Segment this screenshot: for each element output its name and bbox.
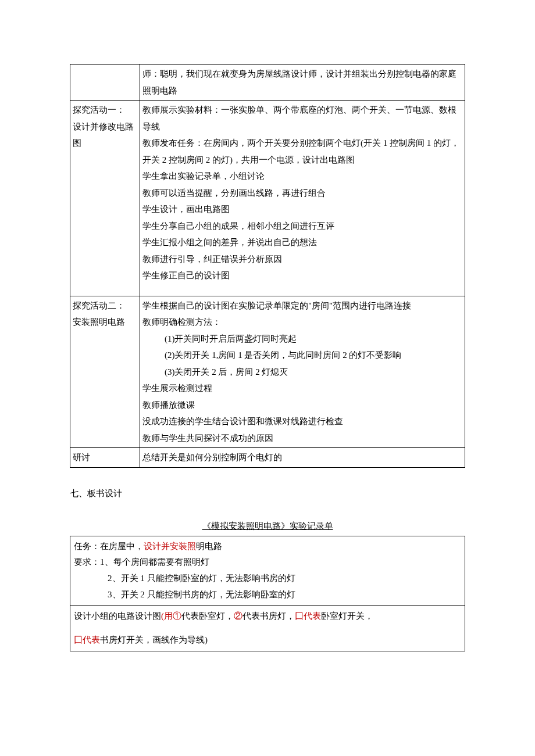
text-red: ②: [234, 611, 242, 621]
cell-left: 探究活动一： 设计并修改电路图: [70, 101, 140, 296]
table-row: 师：聪明，我们现在就变身为房屋线路设计师，设计并组装出分别控制电器的家庭照明电路: [70, 65, 465, 101]
content-line: 教师发布任务：在房间内，两个开关要分别控制两个电灯(开关 1 控制房间 1 的灯…: [142, 138, 459, 164]
content-line: 学生根据自己的设计图在实脸记录单限定的"房间"范围内进行电路连接: [142, 301, 411, 310]
cell-left: 研讨: [70, 448, 140, 468]
text: 任务：在房屋中，: [74, 542, 144, 551]
text: 设计小组的电路设计图: [74, 611, 161, 621]
section-heading: 七、板书设计: [70, 485, 465, 502]
cell-right: 总结开关是如何分别控制两个电灯的: [140, 448, 465, 468]
cell-right: 师：聪明，我们现在就变身为房屋线路设计师，设计并组装出分别控制电器的家庭照明电路: [140, 65, 465, 101]
text: 卧室灯开关，: [321, 611, 373, 621]
table-row: 研讨 总结开关是如何分别控制两个电灯的: [70, 448, 465, 468]
requirement-line: 3、开关 2 只能控制书房的灯，无法影响卧室的灯: [74, 587, 461, 603]
requirement-line: 要求：1、每个房间都需要有照明灯: [74, 554, 461, 571]
content-line: 没成功连接的学生结合设计图和微课对线路进行检查: [142, 417, 343, 426]
content-line: 教师进行引导，纠正错误并分析原因: [142, 255, 282, 264]
content-line: 教师可以适当提醒，分别画出线路，再进行组合: [142, 188, 326, 198]
activity-label: 设计并修改电路图: [73, 122, 134, 148]
text-red: 囗代表: [295, 611, 321, 621]
activity-label: 探究活动二：: [73, 301, 125, 310]
content-line: 教师播放微课: [142, 400, 195, 410]
design-line: 囗代表书房灯开关，画线作为导线): [74, 632, 461, 648]
content-line: 教师与学生共同探讨不成功的原因: [142, 433, 273, 443]
worksheet-table: 任务：在房屋中，设计并安装照明电路 要求：1、每个房间都需要有照明灯 2、开关 …: [70, 536, 465, 652]
text-red: 设计并安装照: [144, 542, 196, 551]
content-line: 学生修正自己的设计图: [142, 271, 230, 280]
text: 代表书房灯，: [242, 611, 295, 621]
lesson-table: 师：聪明，我们现在就变身为房屋线路设计师，设计并组装出分别控制电器的家庭照明电路…: [70, 64, 465, 468]
worksheet-cell: 设计小组的电路设计图(用①代表卧室灯，②代表书房灯，囗代表卧室灯开关， 囗代表书…: [70, 605, 465, 651]
worksheet-title: 《模拟安装照明电路》实验记录单: [70, 518, 465, 535]
cell-right: 教师展示实验材料：一张实脸单、两个带底座的灯泡、两个开关、一节电源、数根导线 教…: [140, 101, 465, 296]
cell-left: 探究活动二： 安装照明电路: [70, 296, 140, 448]
table-row: 探究活动一： 设计并修改电路图 教师展示实验材料：一张实脸单、两个带底座的灯泡、…: [70, 101, 465, 296]
content-line: (2)关闭开关 1,房间 1 是否关闭，与此同时房间 2 的灯不受影响: [142, 347, 462, 364]
content-line: 学生设计，画出电路图: [142, 205, 230, 214]
worksheet-cell: 任务：在房屋中，设计并安装照明电路 要求：1、每个房间都需要有照明灯 2、开关 …: [70, 536, 465, 605]
activity-label: 探究活动一：: [73, 105, 125, 114]
table-row: 任务：在房屋中，设计并安装照明电路 要求：1、每个房间都需要有照明灯 2、开关 …: [70, 536, 465, 605]
content-line: 教师展示实验材料：一张实脸单、两个带底座的灯泡、两个开关、一节电源、数根导线: [142, 105, 456, 131]
text-red: 囗代表: [74, 635, 100, 644]
text-red: (用①: [161, 611, 181, 621]
cell-left: [70, 65, 140, 101]
text: 明电路: [196, 542, 222, 551]
table-row: 探究活动二： 安装照明电路 学生根据自己的设计图在实脸记录单限定的"房间"范围内…: [70, 296, 465, 448]
content-line: 学生汇报小组之间的差异，并说出自己的想法: [142, 238, 317, 247]
text: 代表卧室灯，: [181, 611, 234, 621]
content-line: (3)关闭开关 2 后，房间 2 灯熄灭: [142, 364, 462, 381]
content-line: 教师明确检测方法：: [142, 317, 221, 327]
cell-right: 学生根据自己的设计图在实脸记录单限定的"房间"范围内进行电路连接 教师明确检测方…: [140, 296, 465, 448]
task-line: 任务：在房屋中，设计并安装照明电路: [74, 539, 461, 555]
design-line: 设计小组的电路设计图(用①代表卧室灯，②代表书房灯，囗代表卧室灯开关，: [74, 608, 461, 625]
text: 书房灯开关，画线作为导线): [100, 635, 208, 644]
content-line: 学生分享自己小组的成果，相邻小组之间进行互评: [142, 221, 334, 231]
activity-label: 安装照明电路: [73, 317, 125, 327]
content-line: 学生展示检测过程: [142, 384, 212, 393]
content-line: (1)开关同时开启后两盏灯同时亮起: [142, 331, 462, 347]
requirement-line: 2、开关 1 只能控制卧室的灯，无法影响书房的灯: [74, 571, 461, 587]
table-row: 设计小组的电路设计图(用①代表卧室灯，②代表书房灯，囗代表卧室灯开关， 囗代表书…: [70, 605, 465, 651]
content-line: 学生拿出实验记录单，小组讨论: [142, 171, 265, 181]
